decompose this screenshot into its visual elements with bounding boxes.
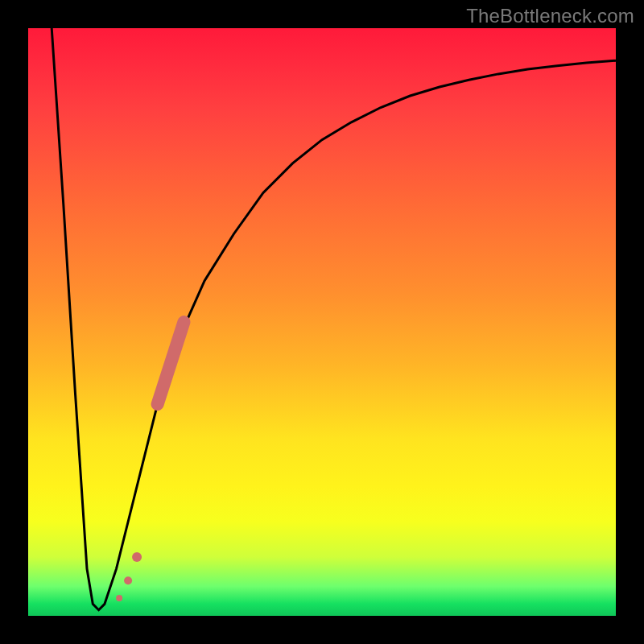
- marker-dot-3: [116, 595, 122, 601]
- chart-frame: TheBottleneck.com: [0, 0, 644, 644]
- bottleneck-curve: [52, 28, 616, 610]
- marker-dot-2: [124, 576, 132, 584]
- marker-dot-1: [132, 552, 142, 562]
- watermark-text: TheBottleneck.com: [466, 5, 634, 27]
- plot-area: [28, 28, 616, 616]
- curve-layer: [28, 28, 616, 616]
- highlight-segment: [158, 322, 184, 404]
